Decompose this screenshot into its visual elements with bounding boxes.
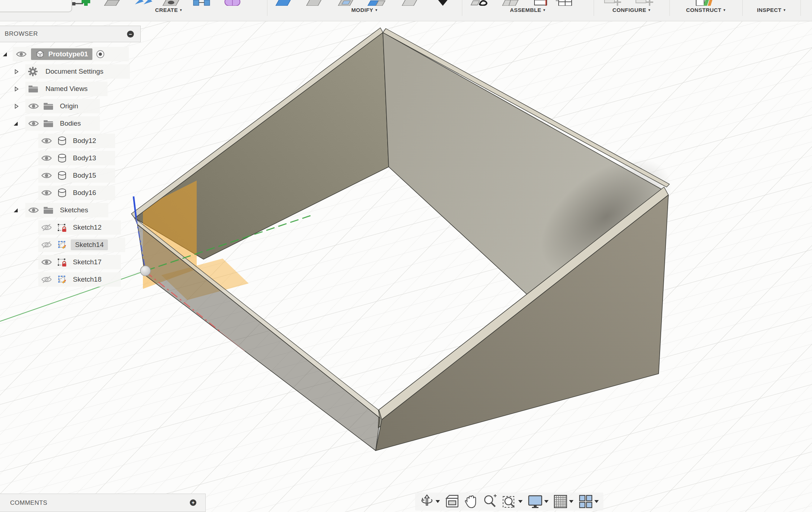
- component-cube-icon: [35, 49, 45, 59]
- toolbar-divider: [800, 0, 801, 16]
- toolbar-group-configure: CONFIGURE▼: [594, 0, 669, 21]
- dropdown-caret-icon[interactable]: [594, 500, 599, 503]
- activate-component-radio[interactable]: [96, 50, 105, 58]
- dropdown-caret-icon: ▼: [375, 8, 378, 12]
- active-component-pill[interactable]: Prototype01: [31, 48, 92, 60]
- browser-row-sketch18[interactable]: Sketch18: [38, 272, 121, 287]
- browser-item-label[interactable]: Sketch12: [73, 224, 101, 231]
- sketch-locked-icon: [57, 257, 67, 267]
- zoom-icon[interactable]: [483, 494, 497, 509]
- browser-item-label[interactable]: Body15: [73, 172, 96, 179]
- disclosure-collapsed-icon[interactable]: [14, 86, 19, 92]
- eye-visible-icon[interactable]: [41, 258, 52, 266]
- browser-item-label[interactable]: Sketch18: [73, 275, 101, 283]
- modify-menu[interactable]: MODIFY▼: [267, 7, 462, 13]
- dropdown-caret-icon[interactable]: [569, 500, 573, 503]
- eye-visible-icon[interactable]: [41, 189, 52, 197]
- dropdown-caret-icon[interactable]: [518, 500, 523, 503]
- browser-panel-header[interactable]: BROWSER −: [0, 26, 141, 42]
- eye-visible-icon[interactable]: [28, 120, 39, 127]
- browser-row-sketch14[interactable]: Sketch14: [38, 238, 125, 252]
- dropdown-caret-icon[interactable]: [436, 500, 440, 503]
- file-tab-area[interactable]: [0, 0, 72, 12]
- browser-row-named-views[interactable]: Named Views: [25, 82, 108, 96]
- eye-hidden-icon[interactable]: [41, 275, 52, 284]
- dropdown-caret-icon: ▼: [783, 8, 786, 12]
- folder-icon: [28, 84, 38, 93]
- browser-row-body13[interactable]: Body13: [38, 151, 115, 165]
- browser-row-sketch17[interactable]: Sketch17: [38, 255, 121, 269]
- eye-hidden-icon[interactable]: [41, 240, 52, 249]
- folder-icon: [43, 119, 53, 128]
- browser-title: BROWSER: [5, 30, 38, 38]
- eye-visible-icon[interactable]: [28, 206, 39, 214]
- dropdown-caret-icon: ▼: [543, 8, 546, 12]
- dropdown-caret-icon: ▼: [648, 8, 651, 12]
- browser-item-label[interactable]: Sketches: [60, 206, 88, 214]
- look-at-icon[interactable]: [445, 495, 459, 508]
- browser-row-sketch12[interactable]: Sketch12: [38, 220, 121, 235]
- browser-row-sketches[interactable]: Sketches: [25, 203, 108, 217]
- eye-visible-icon[interactable]: [28, 102, 39, 110]
- browser-row-origin[interactable]: Origin: [25, 99, 100, 113]
- disclosure-expanded-icon[interactable]: [13, 121, 18, 126]
- toolbar-group-inspect: INSPECT▼: [743, 0, 800, 21]
- grid-and-snaps-icon[interactable]: [553, 494, 568, 509]
- toolbar-group-modify: MODIFY▼: [267, 0, 462, 21]
- origin-point[interactable]: [140, 266, 150, 276]
- construct-menu[interactable]: CONSTRUCT▼: [670, 7, 742, 13]
- comments-panel-header[interactable]: COMMENTS +: [0, 494, 206, 512]
- browser-collapse-button[interactable]: −: [127, 31, 134, 38]
- browser-row-bodies[interactable]: Bodies: [25, 116, 100, 131]
- eye-visible-icon[interactable]: [41, 172, 52, 179]
- assemble-menu[interactable]: ASSEMBLE▼: [462, 7, 594, 13]
- body-cylinder-icon: [57, 153, 67, 163]
- browser-item-label[interactable]: Sketch14: [75, 241, 104, 248]
- browser-item-label[interactable]: Sketch17: [73, 258, 101, 266]
- browser-item-label[interactable]: Prototype01: [48, 50, 88, 58]
- disclosure-collapsed-icon[interactable]: [14, 104, 19, 109]
- eye-hidden-icon[interactable]: [41, 223, 52, 232]
- eye-visible-icon[interactable]: [41, 137, 52, 145]
- browser-row-body12[interactable]: Body12: [38, 134, 115, 148]
- orbit-icon[interactable]: [420, 494, 434, 509]
- sketch-locked-icon: [57, 222, 67, 233]
- eye-visible-icon[interactable]: [41, 154, 52, 162]
- eye-visible-icon[interactable]: [16, 50, 27, 58]
- browser-item-label[interactable]: Body16: [73, 189, 96, 197]
- comments-title: COMMENTS: [10, 499, 47, 507]
- toolbar-divider: [462, 0, 462, 16]
- viewports-icon[interactable]: [579, 494, 593, 509]
- add-comment-button[interactable]: +: [190, 499, 196, 506]
- browser-row-body16[interactable]: Body16: [38, 186, 115, 200]
- toolbar-divider: [267, 0, 267, 16]
- dropdown-caret-icon[interactable]: [544, 500, 549, 503]
- selected-item-highlight[interactable]: Sketch14: [71, 239, 108, 250]
- browser-row-document-settings[interactable]: Document Settings: [25, 64, 130, 79]
- inspect-menu[interactable]: INSPECT▼: [743, 7, 800, 13]
- browser-item-label[interactable]: Body13: [73, 154, 96, 162]
- browser-item-label[interactable]: Bodies: [60, 120, 81, 127]
- browser-item-label[interactable]: Named Views: [45, 85, 88, 93]
- zoom-window-icon[interactable]: [502, 494, 517, 509]
- display-settings-icon[interactable]: [528, 494, 543, 509]
- ribbon-toolbar: CREATE▼ MODIFY▼ ASSEMBLE▼ CONFIGURE▼ CON…: [0, 0, 812, 21]
- disclosure-expanded-icon[interactable]: [13, 208, 18, 213]
- configure-menu[interactable]: CONFIGURE▼: [594, 7, 669, 13]
- browser-row-prototype01[interactable]: Prototype01: [13, 47, 129, 61]
- browser-item-label[interactable]: Origin: [60, 102, 78, 110]
- toolbar-divider: [669, 0, 670, 16]
- disclosure-expanded-icon[interactable]: [2, 52, 8, 57]
- browser-item-label[interactable]: Document Settings: [45, 68, 104, 75]
- sketch-editable-icon: [57, 274, 67, 285]
- folder-icon: [43, 102, 53, 110]
- create-menu[interactable]: CREATE▼: [71, 7, 267, 13]
- browser-item-label[interactable]: Body12: [73, 137, 96, 145]
- body-cylinder-icon: [57, 170, 67, 181]
- dropdown-caret-icon: ▼: [179, 8, 183, 12]
- browser-row-body15[interactable]: Body15: [38, 168, 115, 183]
- toolbar-divider: [742, 0, 743, 16]
- fusion360-window: { "toolbar": { "groups": [ {"label": "CR…: [0, 0, 812, 512]
- pan-icon[interactable]: [464, 494, 478, 509]
- disclosure-collapsed-icon[interactable]: [14, 69, 19, 74]
